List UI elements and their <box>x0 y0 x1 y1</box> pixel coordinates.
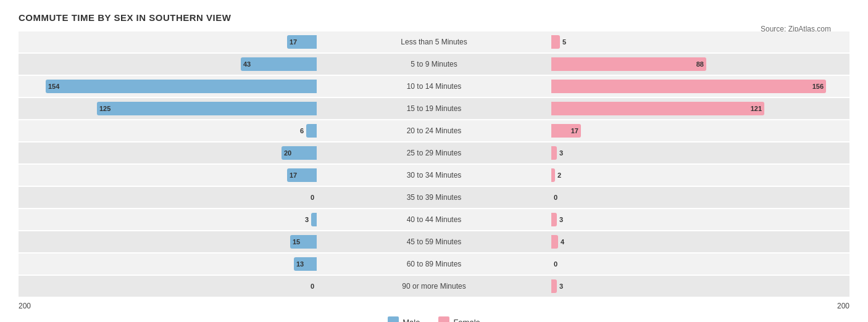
male-value-inside: 17 <box>290 38 297 46</box>
legend-female: Female <box>438 316 480 322</box>
female-bar <box>551 213 557 226</box>
legend-male-box <box>388 316 399 322</box>
male-value-inside: 17 <box>290 171 297 179</box>
row-label: Less than 5 Minutes <box>401 38 467 46</box>
chart-row: 0 90 or more Minutes 3 <box>19 276 849 297</box>
female-value-inside: 121 <box>751 105 762 112</box>
male-value: 0 <box>311 283 314 290</box>
row-label: 5 to 9 Minutes <box>411 60 457 68</box>
male-bar: 17 <box>287 35 317 49</box>
female-value-inside: 156 <box>812 83 824 90</box>
chart-row: 125 15 to 19 Minutes 121 <box>19 98 849 119</box>
chart-area: 17 Less than 5 Minutes 5 <box>19 31 849 297</box>
female-value: 3 <box>559 216 563 223</box>
female-value: 5 <box>562 38 566 46</box>
female-bar <box>551 279 557 293</box>
row-label: 60 to 89 Minutes <box>407 260 462 268</box>
axis-right: 200 <box>837 302 849 310</box>
chart-title: COMMUTE TIME BY SEX IN SOUTHERN VIEW <box>19 12 849 23</box>
male-value: 6 <box>300 127 304 134</box>
male-value: 0 <box>311 194 314 201</box>
female-value-inside: 88 <box>696 60 704 68</box>
chart-row: 20 25 to 29 Minutes 3 <box>19 142 849 163</box>
axis-labels: 200 200 <box>19 302 849 310</box>
female-value: 0 <box>554 194 557 201</box>
row-label: 90 or more Minutes <box>402 282 465 291</box>
female-value: 0 <box>554 260 557 268</box>
female-value-inside: 17 <box>571 127 578 134</box>
male-value-inside: 15 <box>293 238 300 246</box>
male-value-inside: 43 <box>243 60 251 68</box>
chart-row: 13 60 to 89 Minutes 0 <box>19 254 849 275</box>
male-bar: 17 <box>287 168 317 182</box>
male-bar: 125 <box>97 102 317 115</box>
male-bar: 43 <box>241 57 317 71</box>
male-value-inside: 125 <box>99 105 111 112</box>
row-label: 45 to 59 Minutes <box>407 237 462 246</box>
chart-row: 43 5 to 9 Minutes 88 <box>19 54 849 75</box>
row-label: 30 to 34 Minutes <box>407 171 462 180</box>
male-value: 3 <box>305 216 309 223</box>
chart-row: 17 30 to 34 Minutes 2 <box>19 165 849 186</box>
row-label: 10 to 14 Minutes <box>407 82 462 91</box>
chart-row: 3 40 to 44 Minutes 3 <box>19 209 849 230</box>
male-bar: 15 <box>290 235 317 249</box>
row-label: 40 to 44 Minutes <box>407 215 462 224</box>
male-bar <box>306 124 317 138</box>
chart-row: 154 10 to 14 Minutes 156 <box>19 76 849 97</box>
legend-female-box <box>438 316 449 322</box>
female-bar: 88 <box>551 57 706 71</box>
male-bar <box>311 213 317 226</box>
row-label: 25 to 29 Minutes <box>407 149 462 157</box>
female-bar <box>551 235 558 249</box>
male-value-inside: 154 <box>48 83 59 90</box>
male-bar: 20 <box>282 146 317 160</box>
female-bar <box>551 168 555 182</box>
chart-row: 6 20 to 24 Minutes 17 <box>19 120 849 141</box>
chart-row: 0 35 to 39 Minutes 0 <box>19 187 849 208</box>
row-label: 20 to 24 Minutes <box>407 126 462 135</box>
female-value: 2 <box>557 171 561 179</box>
female-bar: 17 <box>551 124 581 138</box>
female-bar: 156 <box>551 80 826 93</box>
female-bar: 121 <box>551 102 764 115</box>
female-value: 4 <box>561 238 564 246</box>
male-bar: 154 <box>46 80 317 93</box>
male-value-inside: 20 <box>284 149 291 157</box>
male-bar: 13 <box>294 257 317 271</box>
chart-row: 15 45 to 59 Minutes 4 <box>19 231 849 252</box>
row-label: 35 to 39 Minutes <box>407 193 462 202</box>
legend: Male Female <box>19 316 849 322</box>
row-label: 15 to 19 Minutes <box>407 104 462 113</box>
chart-row: 17 Less than 5 Minutes 5 <box>19 31 849 52</box>
male-value-inside: 13 <box>296 260 304 268</box>
female-value: 3 <box>559 149 563 157</box>
female-value: 3 <box>559 283 563 290</box>
legend-male-label: Male <box>403 318 420 323</box>
axis-left: 200 <box>19 302 31 310</box>
legend-female-label: Female <box>453 318 480 323</box>
female-bar <box>551 35 560 49</box>
female-bar <box>551 146 557 160</box>
legend-male: Male <box>388 316 420 322</box>
